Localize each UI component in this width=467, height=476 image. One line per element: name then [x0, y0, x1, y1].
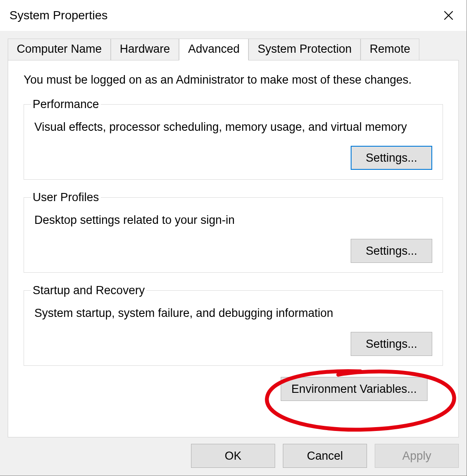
user-profiles-group: User Profiles Desktop settings related t…: [24, 191, 443, 273]
user-profiles-button-row: Settings...: [34, 239, 432, 263]
environment-variables-button[interactable]: Environment Variables...: [281, 377, 428, 401]
tab-hardware[interactable]: Hardware: [111, 39, 179, 60]
startup-recovery-button-row: Settings...: [34, 332, 432, 356]
startup-recovery-legend: Startup and Recovery: [31, 284, 146, 297]
tab-remote[interactable]: Remote: [361, 39, 419, 60]
startup-recovery-settings-button[interactable]: Settings...: [351, 332, 432, 356]
apply-button: Apply: [375, 444, 459, 468]
user-profiles-legend: User Profiles: [31, 191, 101, 204]
close-icon: [443, 10, 454, 21]
dialog-button-row: OK Cancel Apply: [191, 444, 459, 468]
performance-legend: Performance: [31, 98, 101, 111]
ok-button[interactable]: OK: [191, 444, 275, 468]
env-vars-row: Environment Variables...: [24, 377, 443, 401]
startup-recovery-group: Startup and Recovery System startup, sys…: [24, 284, 443, 366]
tab-strip: Computer Name Hardware Advanced System P…: [8, 39, 459, 60]
performance-group: Performance Visual effects, processor sc…: [24, 98, 443, 180]
cancel-button[interactable]: Cancel: [283, 444, 367, 468]
performance-button-row: Settings...: [34, 146, 432, 170]
performance-desc: Visual effects, processor scheduling, me…: [34, 121, 432, 134]
advanced-tab-panel: You must be logged on as an Administrato…: [8, 60, 459, 437]
system-properties-window: System Properties Computer Name Hardware…: [0, 0, 467, 476]
tab-system-protection[interactable]: System Protection: [249, 39, 361, 60]
close-button[interactable]: [438, 5, 459, 26]
tab-computer-name[interactable]: Computer Name: [8, 39, 111, 60]
user-profiles-settings-button[interactable]: Settings...: [351, 239, 432, 263]
admin-note: You must be logged on as an Administrato…: [24, 73, 443, 87]
tab-advanced[interactable]: Advanced: [179, 39, 249, 60]
startup-recovery-desc: System startup, system failure, and debu…: [34, 307, 432, 320]
client-area: Computer Name Hardware Advanced System P…: [0, 31, 467, 476]
titlebar: System Properties: [0, 0, 467, 31]
performance-settings-button[interactable]: Settings...: [351, 146, 432, 170]
window-title: System Properties: [9, 9, 108, 22]
user-profiles-desc: Desktop settings related to your sign-in: [34, 214, 432, 227]
